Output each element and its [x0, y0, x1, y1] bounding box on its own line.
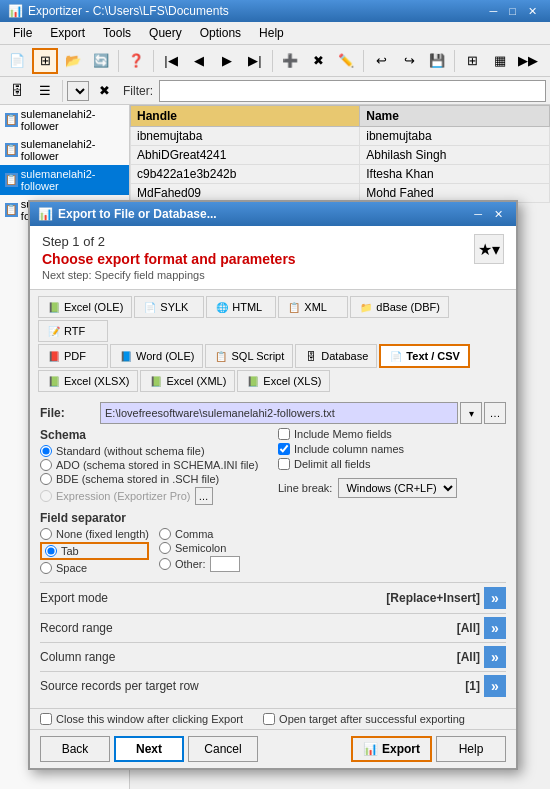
toolbar-right[interactable]: ▶▶	[515, 48, 541, 74]
menu-options[interactable]: Options	[192, 24, 249, 42]
menu-file[interactable]: File	[5, 24, 40, 42]
format-sylk[interactable]: 📄 SYLK	[134, 296, 204, 318]
line-break-select[interactable]: Windows (CR+LF) Unix (LF) Mac (CR)	[338, 478, 457, 498]
minimize-button[interactable]: ─	[485, 4, 503, 19]
format-sql[interactable]: 📋 SQL Script	[205, 344, 293, 368]
format-database[interactable]: 🗄 Database	[295, 344, 377, 368]
toolbar-prev[interactable]: ◀	[186, 48, 212, 74]
menu-help[interactable]: Help	[251, 24, 292, 42]
schema-ado-radio[interactable]	[40, 459, 52, 471]
include-col-names-checkbox[interactable]	[278, 443, 290, 455]
format-dbase[interactable]: 📁 dBase (DBF)	[350, 296, 449, 318]
col-name[interactable]: Name	[360, 106, 550, 127]
toolbar-add[interactable]: ➕	[277, 48, 303, 74]
toolbar-refresh[interactable]: 🔄	[88, 48, 114, 74]
toolbar-new[interactable]: 📄	[4, 48, 30, 74]
sidebar-item-0[interactable]: 📋 sulemanelahi2-follower	[0, 105, 129, 135]
toolbar-next-end[interactable]: ▶|	[242, 48, 268, 74]
format-row-1: 📗 Excel (OLE) 📄 SYLK 🌐 HTML 📋 XML 📁 dBas…	[38, 296, 508, 342]
col-handle[interactable]: Handle	[131, 106, 360, 127]
include-memo-checkbox[interactable]	[278, 428, 290, 440]
column-range-more-btn[interactable]: »	[484, 646, 506, 668]
toolbar-help[interactable]: ❓	[123, 48, 149, 74]
back-button[interactable]: Back	[40, 736, 110, 762]
schema-standard-radio[interactable]	[40, 445, 52, 457]
format-xml[interactable]: 📋 XML	[278, 296, 348, 318]
second-toolbar: 🗄 ☰ ✖ Filter:	[0, 77, 550, 105]
file-browse-btn[interactable]: …	[484, 402, 506, 424]
sep-space-radio[interactable]	[40, 562, 52, 574]
include-memo-row: Include Memo fields	[278, 428, 506, 440]
open-target-checkbox[interactable]	[263, 713, 275, 725]
format-html[interactable]: 🌐 HTML	[206, 296, 276, 318]
sep-tab-label: Tab	[61, 545, 79, 557]
format-excel-xml[interactable]: 📗 Excel (XML)	[140, 370, 235, 392]
schema-expr-radio[interactable]	[40, 490, 52, 502]
maximize-button[interactable]: □	[504, 4, 521, 19]
schema-label: Schema	[40, 428, 268, 442]
favorite-button[interactable]: ★▾	[474, 234, 504, 264]
sep-comma-radio[interactable]	[159, 528, 171, 540]
menu-query[interactable]: Query	[141, 24, 190, 42]
filter-clear[interactable]: ✖	[91, 78, 117, 104]
next-button[interactable]: Next	[114, 736, 184, 762]
file-dropdown-btn[interactable]: ▾	[460, 402, 482, 424]
record-range-more-btn[interactable]: »	[484, 617, 506, 639]
format-sql-label: SQL Script	[231, 350, 284, 362]
dialog-minimize[interactable]: ─	[469, 207, 487, 222]
sidebar-item-2[interactable]: 📋 sulemanelahi2-follower	[0, 165, 129, 195]
delimit-all-checkbox[interactable]	[278, 458, 290, 470]
sep-none-radio[interactable]	[40, 528, 52, 540]
sidebar-item-1[interactable]: 📋 sulemanelahi2-follower	[0, 135, 129, 165]
format-pdf[interactable]: 📕 PDF	[38, 344, 108, 368]
close-button[interactable]: ✕	[523, 4, 542, 19]
format-rtf[interactable]: 📝 RTF	[38, 320, 108, 342]
menu-export[interactable]: Export	[42, 24, 93, 42]
format-text-csv-label: Text / CSV	[406, 350, 460, 362]
sidebar-label-1: sulemanelahi2-follower	[21, 138, 124, 162]
open-target-label: Open target after successful exporting	[279, 713, 465, 725]
help-button[interactable]: Help	[436, 736, 506, 762]
source-records-more-btn[interactable]: »	[484, 675, 506, 697]
cancel-button[interactable]: Cancel	[188, 736, 258, 762]
toolbar-save[interactable]: 💾	[424, 48, 450, 74]
toolbar-edit[interactable]: ✏️	[333, 48, 359, 74]
format-word-ole[interactable]: 📘 Word (OLE)	[110, 344, 203, 368]
column-range-right: [All] »	[457, 646, 506, 668]
export-button[interactable]: 📊 Export	[351, 736, 432, 762]
format-excel-xlsx[interactable]: 📗 Excel (XLSX)	[38, 370, 138, 392]
toolbar-list[interactable]: ☰	[32, 78, 58, 104]
format-text-csv[interactable]: 📄 Text / CSV	[379, 344, 470, 368]
file-path-input[interactable]: E:\lovefreesoftware\sulemanelahi2-follow…	[100, 402, 458, 424]
table-row[interactable]: c9b422a1e3b242b Iftesha Khan	[131, 165, 550, 184]
toolbar-play[interactable]: ▶	[214, 48, 240, 74]
menu-tools[interactable]: Tools	[95, 24, 139, 42]
toolbar-redo[interactable]: ↪	[396, 48, 422, 74]
sep-other-input[interactable]	[210, 556, 240, 572]
table-select[interactable]	[67, 81, 89, 101]
close-after-export-checkbox[interactable]	[40, 713, 52, 725]
toolbar-undo[interactable]: ↩	[368, 48, 394, 74]
sylk-icon: 📄	[143, 300, 157, 314]
sep-semi-radio[interactable]	[159, 542, 171, 554]
toolbar-export-grid[interactable]: ⊞	[459, 48, 485, 74]
schema-bde-radio[interactable]	[40, 473, 52, 485]
sep-other-radio[interactable]	[159, 558, 171, 570]
format-excel-ole[interactable]: 📗 Excel (OLE)	[38, 296, 132, 318]
toolbar-open[interactable]: 📂	[60, 48, 86, 74]
schema-expr-more[interactable]: …	[195, 487, 213, 505]
toolbar-more[interactable]: ▦	[487, 48, 513, 74]
format-excel-xls[interactable]: 📗 Excel (XLS)	[237, 370, 330, 392]
sep-tab-radio[interactable]	[45, 545, 57, 557]
table-row[interactable]: ibnemujtaba ibnemujtaba	[131, 127, 550, 146]
toolbar-delete[interactable]: ✖	[305, 48, 331, 74]
toolbar-db-icon[interactable]: 🗄	[4, 78, 30, 104]
dialog-close[interactable]: ✕	[489, 207, 508, 222]
export-mode-more-btn[interactable]: »	[484, 587, 506, 609]
toolbar-prev-start[interactable]: |◀	[158, 48, 184, 74]
sep-other-label: Other:	[175, 558, 206, 570]
toolbar-grid[interactable]: ⊞	[32, 48, 58, 74]
schema-section: Schema Standard (without schema file) AD…	[40, 428, 268, 505]
table-row[interactable]: AbhiDGreat4241 Abhilash Singh	[131, 146, 550, 165]
filter-input[interactable]	[159, 80, 546, 102]
